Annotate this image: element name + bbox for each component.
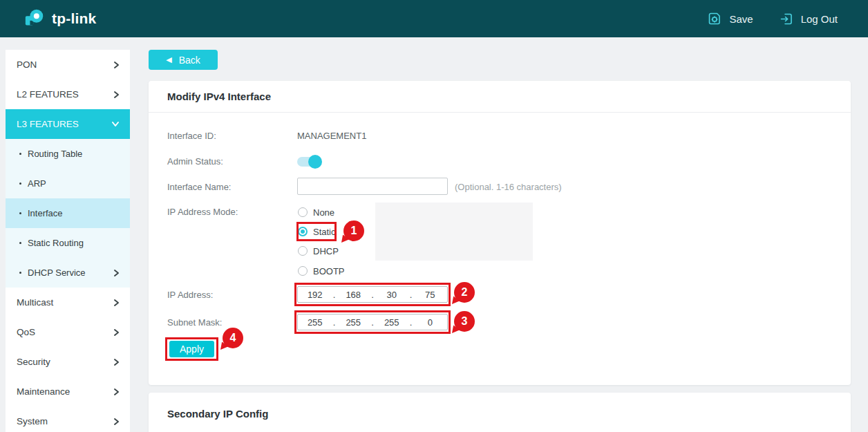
radio-icon[interactable] xyxy=(298,246,308,256)
subnet-mask-label: Subnet Mask: xyxy=(167,317,223,328)
sidebar-item-qos[interactable]: QoS xyxy=(6,317,130,347)
ip-octet-1[interactable]: 192 xyxy=(298,290,332,300)
chevron-right-icon xyxy=(113,388,120,396)
annotation-badge-3: 3 xyxy=(454,311,475,332)
sidebar-item-label: Interface xyxy=(28,208,63,218)
interface-name-label: Interface Name: xyxy=(167,182,232,192)
ip-octet-4[interactable]: 75 xyxy=(413,290,448,300)
ip-octet-2[interactable]: 168 xyxy=(337,290,371,300)
sidebar-nav: PON L2 FEATURES L3 FEATURES Routing Tabl… xyxy=(6,50,130,432)
chevron-right-icon xyxy=(113,269,120,277)
app-header: tp-link Save Log Out xyxy=(0,0,868,37)
subnet-mask-input[interactable]: 255 . 255 . 255 . 0 xyxy=(297,314,448,330)
sidebar-item-security[interactable]: Security xyxy=(6,347,130,377)
ip-octet-3[interactable]: 30 xyxy=(375,290,409,300)
bullet-icon xyxy=(19,153,21,155)
radio-icon[interactable] xyxy=(298,266,308,276)
bullet-icon xyxy=(19,272,21,274)
logout-button[interactable]: Log Out xyxy=(780,12,838,26)
sidebar-item-label: System xyxy=(17,416,48,426)
brand-text: tp-link xyxy=(52,10,96,27)
interface-name-input[interactable] xyxy=(297,178,448,195)
sidebar-item-label: QoS xyxy=(17,327,35,337)
secondary-ip-config-card: Secondary IP Config xyxy=(149,393,851,432)
radio-option-static[interactable]: Static xyxy=(298,226,336,237)
sidebar-item-dhcp-service[interactable]: DHCP Service xyxy=(6,258,130,288)
sidebar-item-label: ARP xyxy=(28,178,46,189)
mask-octet-4[interactable]: 0 xyxy=(413,317,448,328)
chevron-right-icon xyxy=(113,328,120,337)
logout-icon xyxy=(780,12,794,26)
chevron-right-icon xyxy=(113,91,120,99)
sidebar-item-label: Static Routing xyxy=(28,238,84,248)
chevron-down-icon xyxy=(111,121,120,127)
radio-label: DHCP xyxy=(313,246,339,256)
save-icon xyxy=(707,11,722,26)
sidebar-item-label: Routing Table xyxy=(28,149,82,159)
chevron-right-icon xyxy=(113,417,120,426)
chevron-right-icon xyxy=(113,61,120,69)
radio-option-dhcp[interactable]: DHCP xyxy=(298,245,339,256)
modify-ipv4-interface-card: Modify IPv4 Interface Interface ID: MANA… xyxy=(149,81,851,385)
bullet-icon xyxy=(19,242,21,244)
sidebar-item-l2-features[interactable]: L2 FEATURES xyxy=(6,79,130,109)
sidebar-item-multicast[interactable]: Multicast xyxy=(6,288,130,317)
logout-label: Log Out xyxy=(801,13,838,25)
secondary-ip-config-title: Secondary IP Config xyxy=(167,408,268,420)
sidebar-item-pon[interactable]: PON xyxy=(6,50,130,79)
mask-octet-3[interactable]: 255 xyxy=(375,317,409,328)
save-button[interactable]: Save xyxy=(707,11,753,26)
radio-option-bootp[interactable]: BOOTP xyxy=(298,265,345,276)
bullet-icon xyxy=(19,182,21,185)
sidebar-item-label: Multicast xyxy=(17,297,53,308)
sidebar-item-interface[interactable]: Interface xyxy=(6,198,130,228)
tplink-logo-icon xyxy=(23,8,46,30)
radio-option-none[interactable]: None xyxy=(298,207,334,218)
l3-features-submenu: Routing Table ARP Interface Static Routi… xyxy=(6,139,130,288)
admin-status-label: Admin Status: xyxy=(167,156,223,167)
ip-address-label: IP Address: xyxy=(167,290,213,300)
sidebar-item-label: Security xyxy=(17,357,50,367)
admin-status-toggle[interactable] xyxy=(297,155,321,169)
toggle-knob xyxy=(308,155,322,169)
tplink-logo: tp-link xyxy=(23,8,96,30)
interface-name-hint: (Optional. 1-16 characters) xyxy=(455,182,562,192)
interface-id-label: Interface ID: xyxy=(167,131,216,141)
sidebar-item-system[interactable]: System xyxy=(6,406,130,432)
divider xyxy=(149,112,851,113)
watermark-ghost xyxy=(375,203,533,261)
sidebar-item-routing-table[interactable]: Routing Table xyxy=(6,139,130,169)
chevron-right-icon xyxy=(113,299,120,307)
radio-icon[interactable] xyxy=(298,207,308,217)
back-label: Back xyxy=(179,55,200,66)
interface-id-value: MANAGEMENT1 xyxy=(297,131,366,141)
mask-octet-1[interactable]: 255 xyxy=(298,317,332,328)
apply-button[interactable]: Apply xyxy=(169,341,214,357)
chevron-right-icon xyxy=(113,358,120,366)
sidebar-item-arp[interactable]: ARP xyxy=(6,169,130,198)
ip-mode-label: IP Address Mode: xyxy=(167,207,238,217)
page-title: Modify IPv4 Interface xyxy=(167,91,271,102)
annotation-badge-1: 1 xyxy=(343,220,364,241)
sidebar-item-label: L2 FEATURES xyxy=(17,89,79,100)
radio-label: None xyxy=(313,207,334,218)
sidebar-item-label: L3 FEATURES xyxy=(17,119,79,129)
radio-label: BOOTP xyxy=(313,266,345,276)
back-arrow-icon: ◀ xyxy=(166,56,171,64)
annotation-badge-2: 2 xyxy=(454,282,475,303)
mask-octet-2[interactable]: 255 xyxy=(337,317,371,328)
sidebar-item-l3-features[interactable]: L3 FEATURES xyxy=(6,109,130,139)
radio-label: Static xyxy=(313,227,336,237)
radio-checked-icon[interactable] xyxy=(298,227,308,236)
sidebar-item-label: PON xyxy=(17,59,37,70)
sidebar-item-static-routing[interactable]: Static Routing xyxy=(6,228,130,258)
bullet-icon xyxy=(19,212,21,214)
sidebar-item-label: Maintenance xyxy=(17,386,70,397)
save-label: Save xyxy=(729,13,753,25)
sidebar-item-maintenance[interactable]: Maintenance xyxy=(6,377,130,406)
annotation-badge-4: 4 xyxy=(223,328,243,348)
sidebar-item-label: DHCP Service xyxy=(28,267,86,278)
ip-address-input[interactable]: 192 . 168 . 30 . 75 xyxy=(297,286,448,303)
back-button[interactable]: ◀ Back xyxy=(149,50,218,70)
